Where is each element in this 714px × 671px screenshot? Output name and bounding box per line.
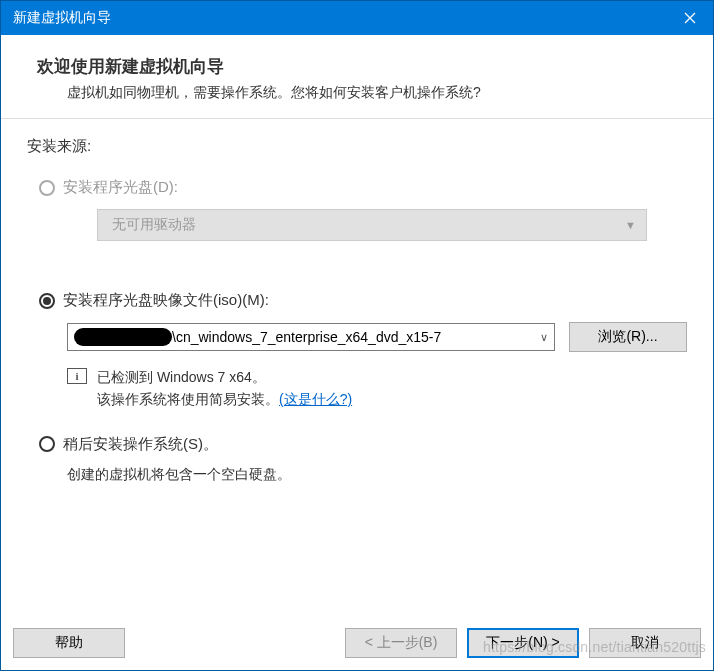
footer: 帮助 < 上一步(B) 下一步(N) > 取消 bbox=[1, 618, 713, 670]
detected-info-row: i 已检测到 Windows 7 x64。 该操作系统将使用简易安装。(这是什么… bbox=[67, 366, 687, 411]
option-iso-row[interactable]: 安装程序光盘映像文件(iso)(M): bbox=[27, 291, 687, 310]
chevron-down-icon: ∨ bbox=[540, 331, 548, 344]
window-title: 新建虚拟机向导 bbox=[13, 9, 111, 27]
option-iso-label: 安装程序光盘映像文件(iso)(M): bbox=[63, 291, 269, 310]
option-disc-label: 安装程序光盘(D): bbox=[63, 178, 178, 197]
radio-iso[interactable] bbox=[39, 293, 55, 309]
option-later-row[interactable]: 稍后安装操作系统(S)。 bbox=[27, 435, 687, 454]
titlebar: 新建虚拟机向导 bbox=[1, 1, 713, 35]
back-button[interactable]: < 上一步(B) bbox=[345, 628, 457, 658]
content-area: 安装来源: 安装程序光盘(D): 无可用驱动器 ▼ 安装程序光盘映像文件(iso… bbox=[1, 119, 713, 618]
chevron-down-icon: ▼ bbox=[625, 219, 636, 231]
iso-path-combobox[interactable]: \cn_windows_7_enterprise_x64_dvd_x15-7 ∨ bbox=[67, 323, 555, 351]
help-button[interactable]: 帮助 bbox=[13, 628, 125, 658]
close-button[interactable] bbox=[667, 1, 713, 35]
disc-drive-dropdown: 无可用驱动器 ▼ bbox=[97, 209, 647, 241]
radio-later[interactable] bbox=[39, 436, 55, 452]
cancel-button[interactable]: 取消 bbox=[589, 628, 701, 658]
option-later-label: 稍后安装操作系统(S)。 bbox=[63, 435, 218, 454]
close-icon bbox=[684, 12, 696, 24]
iso-input-row: \cn_windows_7_enterprise_x64_dvd_x15-7 ∨… bbox=[67, 322, 687, 352]
redacted-path bbox=[74, 328, 172, 346]
header-title: 欢迎使用新建虚拟机向导 bbox=[37, 55, 683, 78]
radio-disc[interactable] bbox=[39, 180, 55, 196]
install-source-label: 安装来源: bbox=[27, 137, 687, 156]
detected-info-text: 已检测到 Windows 7 x64。 该操作系统将使用简易安装。(这是什么?) bbox=[97, 366, 352, 411]
wizard-window: 新建虚拟机向导 欢迎使用新建虚拟机向导 虚拟机如同物理机，需要操作系统。您将如何… bbox=[0, 0, 714, 671]
later-desc: 创建的虚拟机将包含一个空白硬盘。 bbox=[67, 466, 687, 484]
info-icon: i bbox=[67, 368, 87, 384]
next-button[interactable]: 下一步(N) > bbox=[467, 628, 579, 658]
disc-drive-text: 无可用驱动器 bbox=[112, 216, 196, 234]
iso-path-text: \cn_windows_7_enterprise_x64_dvd_x15-7 bbox=[172, 329, 536, 345]
browse-button[interactable]: 浏览(R)... bbox=[569, 322, 687, 352]
what-is-this-link[interactable]: (这是什么?) bbox=[279, 391, 352, 407]
header-section: 欢迎使用新建虚拟机向导 虚拟机如同物理机，需要操作系统。您将如何安装客户机操作系… bbox=[1, 35, 713, 119]
header-desc: 虚拟机如同物理机，需要操作系统。您将如何安装客户机操作系统? bbox=[37, 84, 683, 102]
option-disc-row[interactable]: 安装程序光盘(D): bbox=[27, 178, 687, 197]
